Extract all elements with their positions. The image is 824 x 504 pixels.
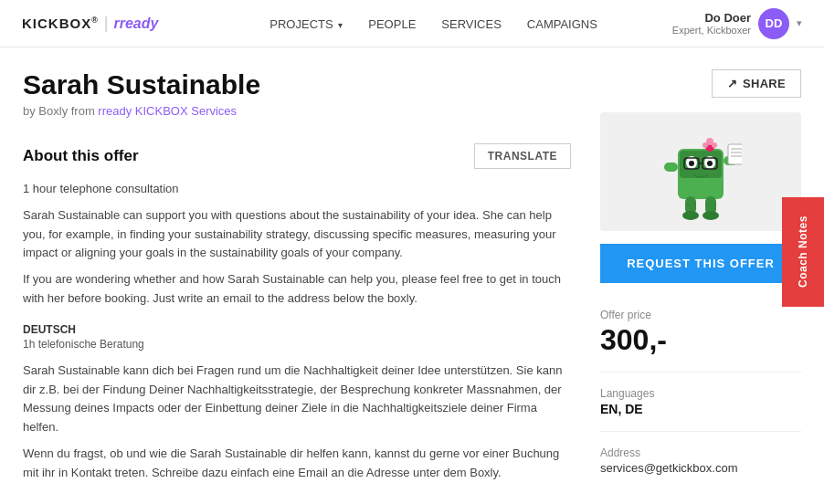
svg-point-22 — [703, 211, 719, 220]
right-column: ↗ SHARE — [600, 69, 801, 504]
languages-label: Languages — [600, 387, 801, 400]
request-offer-button[interactable]: REQUEST THIS OFFER — [600, 244, 801, 283]
avatar[interactable]: DD — [758, 8, 789, 39]
nav-item-campaigns[interactable]: CAMPAIGNS — [527, 16, 597, 31]
character — [600, 112, 801, 231]
price-label: Offer price — [600, 309, 801, 321]
svg-rect-1 — [680, 151, 722, 178]
user-info: Do Doer Expert, Kickboxer — [672, 11, 751, 36]
nav-item-projects[interactable]: PROJECTS ▾ — [269, 16, 343, 31]
about-para-de-1: Sarah Sustainable kann dich bei Fragen r… — [23, 362, 571, 437]
user-role: Expert, Kickboxer — [672, 25, 751, 36]
address-value: services@getkickbox.com — [600, 461, 801, 475]
about-para-1: 1 hour telephone consultation — [23, 180, 571, 199]
user-name: Do Doer — [672, 11, 751, 25]
svg-point-4 — [689, 161, 694, 166]
address-label: Address — [600, 446, 801, 459]
offer-illustration — [600, 112, 801, 231]
left-column: Sarah Sustainable by Boxly from rready K… — [23, 69, 571, 504]
nav-item-services[interactable]: SERVICES — [441, 16, 502, 31]
divider-2 — [600, 431, 801, 432]
about-section-header: About this offer TRANSLATE — [23, 143, 571, 169]
about-title: About this offer — [23, 147, 139, 165]
navbar: KICKBOX® | rready PROJECTS ▾ PEOPLE SERV… — [0, 0, 824, 47]
about-para-2: Sarah Sustainable can support you with q… — [23, 206, 571, 263]
svg-point-17 — [712, 142, 717, 148]
logo-divider: | — [104, 14, 109, 33]
svg-rect-11 — [728, 144, 742, 164]
projects-arrow: ▾ — [338, 20, 343, 30]
nav-item-people[interactable]: PEOPLE — [368, 16, 416, 31]
svg-rect-9 — [664, 163, 678, 172]
languages-value: EN, DE — [600, 402, 801, 416]
svg-point-21 — [682, 211, 699, 220]
about-para-de-2: Wenn du fragst, ob und wie die Sarah Sus… — [23, 445, 571, 483]
user-menu[interactable]: Do Doer Expert, Kickboxer DD ▾ — [672, 8, 802, 39]
page-title: Sarah Sustainable — [23, 69, 571, 100]
subtitle-link[interactable]: rready KICKBOX Services — [98, 104, 237, 118]
user-chevron-icon[interactable]: ▾ — [797, 17, 802, 29]
page-content: Sarah Sustainable by Boxly from rready K… — [1, 47, 823, 504]
offer-meta: Offer price 300,- Languages EN, DE Addre… — [600, 309, 801, 475]
nav-links: PROJECTS ▾ PEOPLE SERVICES CAMPAIGNS — [195, 16, 671, 31]
about-para-3: If you are wondering whether and how Sar… — [23, 270, 571, 309]
kickbox-logo: KICKBOX® — [22, 16, 99, 31]
lang-label: DEUTSCH — [23, 323, 571, 336]
rready-logo: rready — [114, 16, 159, 32]
share-button[interactable]: ↗ SHARE — [712, 69, 801, 98]
translate-button[interactable]: TRANSLATE — [474, 143, 571, 169]
offer-price: 300,- — [600, 323, 801, 357]
about-text-en: 1 hour telephone consultation Sarah Sust… — [23, 180, 571, 309]
coach-notes-tab[interactable]: Coach Notes — [782, 197, 824, 307]
divider-1 — [600, 372, 801, 373]
lang-sub: 1h telefonische Beratung — [23, 338, 571, 351]
page-subtitle: by Boxly from rready KICKBOX Services — [23, 104, 571, 118]
about-text-de: Sarah Sustainable kann dich bei Fragen r… — [23, 362, 571, 483]
svg-point-5 — [707, 161, 713, 166]
character-svg — [660, 121, 742, 222]
share-row: ↗ SHARE — [600, 69, 801, 98]
svg-point-18 — [703, 142, 708, 148]
brand-logo[interactable]: KICKBOX® | rready — [22, 14, 158, 33]
share-icon: ↗ — [727, 77, 737, 90]
